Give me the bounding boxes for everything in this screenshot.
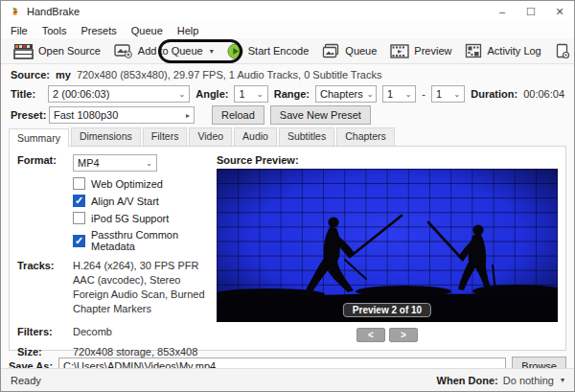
checkbox[interactable] (73, 177, 85, 190)
checkbox[interactable] (73, 235, 85, 247)
track-chapters: Chapter Markers (73, 303, 205, 314)
preset-row: Preset: Fast 1080p30 ▸ Reload Save New P… (1, 104, 574, 126)
title-bar: HandBrake – ☐ ✕ (1, 1, 574, 22)
handbrake-window: HandBrake – ☐ ✕ File Tools Presets Queue… (0, 0, 575, 392)
range-type-value: Chapters (320, 88, 363, 100)
presets-gear-icon (555, 43, 570, 59)
format-select[interactable]: MP4 ⌄ (73, 154, 157, 172)
filters-label: Filters: (17, 326, 73, 337)
chevron-down-icon[interactable]: ▾ (561, 376, 564, 384)
tab-video[interactable]: Video (189, 127, 232, 146)
previous-preview-button[interactable]: < (356, 328, 385, 342)
source-name: my (56, 69, 71, 81)
menu-queue[interactable]: Queue (131, 25, 163, 36)
tab-subtitles[interactable]: Subtitles (279, 127, 334, 146)
menu-tools[interactable]: Tools (42, 25, 67, 36)
range-label: Range: (274, 88, 310, 100)
align-av-start-option[interactable]: Align A/V Start (73, 195, 217, 207)
checkbox[interactable] (73, 195, 85, 207)
add-to-queue-icon (114, 43, 133, 59)
reload-button[interactable]: Reload (212, 105, 264, 125)
status-bar: Ready When Done: Do nothing ▾ (1, 368, 574, 391)
presets-button[interactable]: Presets ▾ (548, 43, 575, 59)
when-done-label: When Done: (437, 375, 498, 386)
filmstrip-play-icon (390, 43, 409, 59)
checkbox[interactable] (73, 212, 85, 224)
title-range-row: Title: 2 (00:06:03) ⌄ Angle: 1 ⌄ Range: … (1, 83, 574, 104)
status-text: Ready (11, 375, 41, 386)
add-to-queue-button[interactable]: Add to Queue ▾ (107, 43, 220, 59)
activity-log-icon (465, 43, 482, 59)
preview-label: Preview (414, 45, 451, 57)
chevron-down-icon: ⌄ (175, 90, 186, 99)
tab-dimensions[interactable]: Dimensions (71, 127, 141, 146)
range-type-select[interactable]: Chapters ⌄ (315, 85, 377, 103)
source-details: 720x480 (853x480), 29.97 FPS, 1 Audio Tr… (77, 69, 382, 81)
tracks-summary: H.264 (x264), 30 FPS PFR AAC (avcodec), … (73, 260, 205, 317)
start-encode-button[interactable]: Start Encode (220, 43, 316, 59)
preview-navigation: < > (217, 328, 558, 342)
summary-panel: Format: MP4 ⌄ Web Optimized Align A/V St… (9, 146, 566, 351)
queue-stack-icon (322, 43, 340, 59)
ipod-5g-support-option[interactable]: iPod 5G Support (73, 212, 217, 224)
tracks-label: Tracks: (17, 260, 73, 317)
open-source-label: Open Source (38, 45, 101, 57)
add-to-queue-label: Add to Queue (138, 45, 203, 57)
duration-label: Duration: (471, 88, 518, 100)
checkbox-label: Align A/V Start (91, 196, 159, 207)
chevron-down-icon: ⌄ (402, 90, 412, 99)
menu-presets[interactable]: Presets (80, 25, 116, 36)
next-preview-button[interactable]: > (389, 328, 418, 342)
duration-value: 00:06:04 (523, 88, 564, 100)
queue-label: Queue (345, 45, 377, 57)
menu-file[interactable]: File (11, 25, 28, 36)
tab-summary[interactable]: Summary (9, 128, 69, 147)
web-optimized-option[interactable]: Web Optimized (73, 177, 217, 190)
preset-select[interactable]: Fast 1080p30 ▸ (49, 106, 195, 124)
handbrake-logo-icon (9, 6, 21, 18)
save-new-preset-button[interactable]: Save New Preset (270, 105, 371, 125)
settings-tabs: Summary Dimensions Filters Video Audio S… (9, 127, 566, 146)
format-options: Web Optimized Align A/V Start iPod 5G Su… (73, 177, 217, 252)
menu-bar: File Tools Presets Queue Help (1, 22, 574, 38)
when-done-select[interactable]: Do nothing (503, 375, 554, 386)
open-source-button[interactable]: Open Source (7, 43, 107, 59)
activity-log-label: Activity Log (487, 45, 540, 57)
preset-label: Preset: (11, 109, 43, 121)
range-from-value: 1 (387, 88, 393, 100)
menu-help[interactable]: Help (177, 25, 199, 36)
chevron-right-icon: ▸ (182, 111, 190, 120)
chevron-down-icon: ⌄ (363, 90, 374, 99)
angle-select[interactable]: 1 ⌄ (234, 85, 267, 103)
format-select-value: MP4 (78, 157, 100, 169)
passthru-metadata-option[interactable]: Passthru Common Metadata (73, 229, 217, 252)
preset-select-value: Fast 1080p30 (54, 109, 118, 121)
chevron-down-icon: ⌄ (142, 159, 152, 168)
queue-button[interactable]: Queue (315, 43, 383, 59)
source-label: Source: (11, 69, 50, 81)
maximize-icon[interactable]: ☐ (517, 1, 545, 22)
close-icon[interactable]: ✕ (545, 1, 574, 22)
source-info-row: Source: my 720x480 (853x480), 29.97 FPS,… (1, 66, 574, 83)
minimize-icon[interactable]: – (488, 1, 517, 22)
tab-audio[interactable]: Audio (234, 127, 277, 146)
checkbox-label: iPod 5G Support (91, 213, 169, 224)
track-video: H.264 (x264), 30 FPS PFR (73, 260, 205, 271)
range-separator: - (422, 88, 426, 100)
angle-label: Angle: (196, 88, 228, 100)
checkbox-label: Web Optimized (91, 178, 163, 190)
track-subtitle: Foreign Audio Scan, Burned (73, 288, 205, 300)
clapperboard-icon (13, 43, 34, 59)
title-select[interactable]: 2 (00:06:03) ⌄ (48, 85, 190, 103)
preview-frame (217, 169, 558, 322)
chevron-down-icon[interactable]: ▾ (210, 47, 214, 56)
range-to-select[interactable]: 1 ⌄ (431, 85, 465, 103)
range-from-select[interactable]: 1 ⌄ (382, 85, 416, 103)
activity-log-button[interactable]: Activity Log (458, 43, 547, 59)
preview-button[interactable]: Preview (383, 43, 458, 59)
source-preview-label: Source Preview: (217, 154, 558, 166)
window-title: HandBrake (27, 6, 488, 17)
tab-chapters[interactable]: Chapters (336, 127, 395, 146)
tab-filters[interactable]: Filters (143, 127, 188, 146)
start-encode-label: Start Encode (248, 45, 310, 57)
